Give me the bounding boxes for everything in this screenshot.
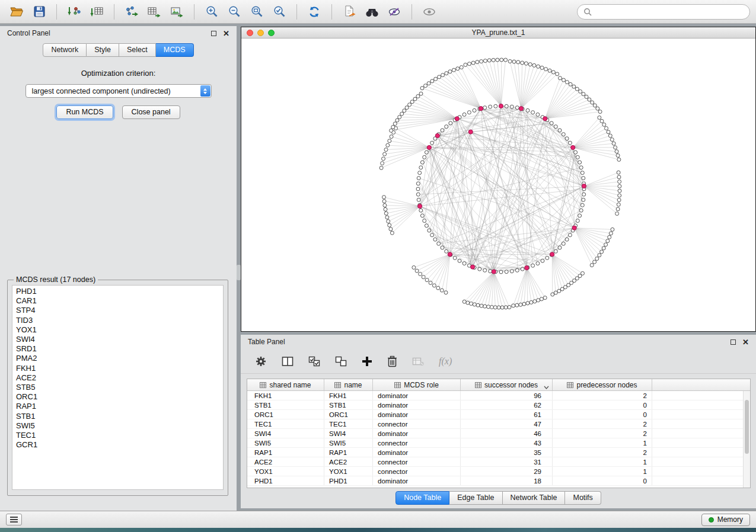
table-scrollbar[interactable] (743, 391, 750, 488)
zoom-selected-button[interactable] (269, 2, 290, 21)
import-network-icon (68, 6, 81, 18)
mcds-node-item[interactable]: SWI5 (12, 421, 223, 431)
table-row[interactable]: TEC1TEC1connector472 (247, 419, 750, 429)
mcds-node-item[interactable]: GCR1 (12, 440, 223, 450)
mcds-node-item[interactable]: TEC1 (12, 431, 223, 440)
table-row[interactable]: YOX1YOX1connector291 (247, 467, 750, 476)
close-window-icon[interactable] (247, 30, 253, 36)
export-network-button[interactable] (121, 2, 142, 21)
cell-filler (652, 391, 750, 400)
table-row[interactable]: SWI5SWI5connector431 (247, 438, 750, 448)
cell: 1 (553, 467, 652, 476)
mcds-node-item[interactable]: ORC1 (12, 392, 223, 402)
table-row[interactable]: ORC1ORC1dominator610 (247, 410, 750, 419)
mcds-node-item[interactable]: TID3 (12, 316, 223, 325)
zoom-out-button[interactable] (224, 2, 245, 21)
export-table-button[interactable] (143, 2, 165, 21)
chevron-down-icon[interactable] (544, 383, 549, 391)
refresh-button[interactable] (304, 2, 325, 21)
column-header-name[interactable]: name (324, 379, 373, 390)
column-header-successor-nodes[interactable]: successor nodes (461, 379, 553, 390)
mcds-node-item[interactable]: PHD1 (12, 287, 223, 296)
search-input[interactable] (595, 8, 744, 16)
close-table-panel-icon[interactable]: ✕ (742, 339, 749, 345)
column-header-shared-name[interactable]: shared name (247, 379, 324, 390)
close-panel-icon[interactable]: ✕ (223, 31, 229, 36)
table-row[interactable]: RAP1RAP1dominator352 (247, 448, 750, 457)
optimization-criterion-select[interactable]: largest connected component (undirected) (25, 84, 212, 98)
mcds-node-item[interactable]: STB5 (12, 383, 223, 392)
float-table-panel-icon[interactable] (731, 339, 736, 345)
network-nodes[interactable] (379, 58, 621, 309)
tab-network[interactable]: Network (43, 43, 87, 57)
splitter-handle[interactable] (237, 265, 241, 280)
close-panel-button[interactable]: Close panel (122, 105, 180, 119)
export-image-button[interactable] (166, 2, 187, 21)
deselect-all-icon[interactable] (335, 356, 347, 367)
mcds-node-item[interactable]: ACE2 (12, 373, 223, 383)
save-button[interactable] (28, 2, 50, 21)
tab-edge-table[interactable]: Edge Table (449, 491, 502, 505)
tab-style[interactable]: Style (87, 43, 119, 57)
delete-row-icon[interactable] (387, 355, 397, 367)
float-panel-icon[interactable] (211, 31, 216, 36)
mcds-node-item[interactable]: YOX1 (12, 325, 223, 335)
hide-button[interactable] (384, 2, 405, 21)
table-row[interactable]: STB1STB1dominator620 (247, 400, 750, 410)
maximize-window-icon[interactable] (268, 30, 275, 36)
eye-button[interactable] (419, 2, 440, 21)
zoom-fit-button[interactable] (246, 2, 267, 21)
mcds-node-item[interactable]: CAR1 (12, 296, 223, 306)
mcds-node-item[interactable]: PMA2 (12, 354, 223, 363)
cell: TEC1 (247, 419, 324, 428)
cell: dominator (373, 400, 461, 409)
cell: YOX1 (324, 467, 373, 476)
column-header-predecessor-nodes[interactable]: predecessor nodes (553, 379, 652, 390)
optimization-criterion-label: Optimization criterion: (0, 69, 237, 78)
import-network-button[interactable] (63, 2, 85, 21)
tab-motifs[interactable]: Motifs (565, 491, 601, 505)
table-grid-icon (394, 382, 401, 388)
add-row-icon[interactable] (362, 356, 372, 367)
cell-filler (652, 419, 750, 428)
tab-select[interactable]: Select (119, 43, 156, 57)
mcds-result-list[interactable]: PHD1CAR1STP4TID3YOX1SWI4SRD1PMA2FKH1ACE2… (12, 285, 224, 490)
network-canvas[interactable] (241, 39, 755, 331)
zoom-in-button[interactable] (201, 2, 222, 21)
mcds-node-item[interactable]: SRD1 (12, 344, 223, 354)
mcds-node-item[interactable]: STB1 (12, 412, 223, 421)
mcds-node-item[interactable]: RAP1 (12, 402, 223, 411)
cell: 35 (461, 448, 553, 457)
memory-button[interactable]: Memory (701, 514, 750, 526)
import-disabled-icon[interactable] (412, 357, 424, 366)
tab-network-table[interactable]: Network Table (503, 491, 566, 505)
tab-mcds[interactable]: MCDS (156, 43, 194, 57)
clone-network-button[interactable] (339, 2, 360, 21)
menu-hamburger-button[interactable] (6, 514, 22, 525)
table-row[interactable]: FKH1FKH1dominator962 (247, 391, 750, 400)
table-row[interactable]: ACE2ACE2connector311 (247, 457, 750, 467)
column-header-MCDS-role[interactable]: MCDS role (373, 379, 461, 390)
search-icon (583, 8, 592, 16)
import-table-button[interactable] (86, 2, 107, 21)
toolbar-divider (194, 4, 194, 20)
gear-icon[interactable] (255, 355, 267, 367)
search-box[interactable] (577, 4, 750, 20)
mcds-tab-content: Optimization criterion: largest connecte… (0, 69, 237, 119)
run-mcds-button[interactable]: Run MCDS (56, 105, 113, 119)
network-canvas-container[interactable] (241, 39, 755, 331)
columns-icon[interactable] (282, 356, 294, 367)
select-stepper-icon[interactable] (200, 85, 210, 97)
search-binoculars-button[interactable] (361, 2, 382, 21)
minimize-window-icon[interactable] (257, 30, 264, 36)
mcds-node-item[interactable]: STP4 (12, 306, 223, 315)
mcds-node-item[interactable]: SWI4 (12, 335, 223, 344)
table-row[interactable]: SWI4SWI4dominator462 (247, 429, 750, 438)
select-all-icon[interactable] (308, 356, 320, 367)
table-row[interactable]: PHD1PHD1dominator180 (247, 476, 750, 486)
mcds-node-item[interactable]: FKH1 (12, 364, 223, 373)
open-folder-button[interactable] (6, 2, 27, 21)
cell-filler (652, 429, 750, 438)
scrollbar-thumb[interactable] (745, 400, 749, 454)
tab-node-table[interactable]: Node Table (395, 491, 449, 505)
